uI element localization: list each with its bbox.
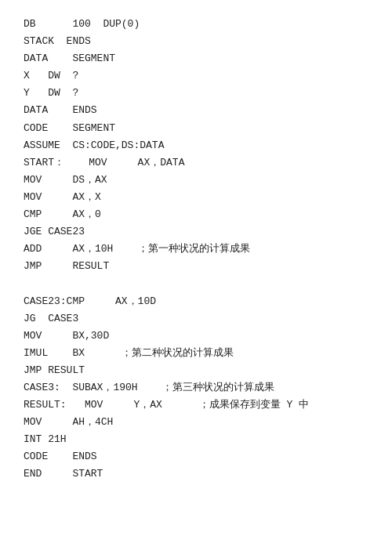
code-display: DB 100 DUP(0) STACK ENDS DATA SEGMENT X … [24,16,368,483]
